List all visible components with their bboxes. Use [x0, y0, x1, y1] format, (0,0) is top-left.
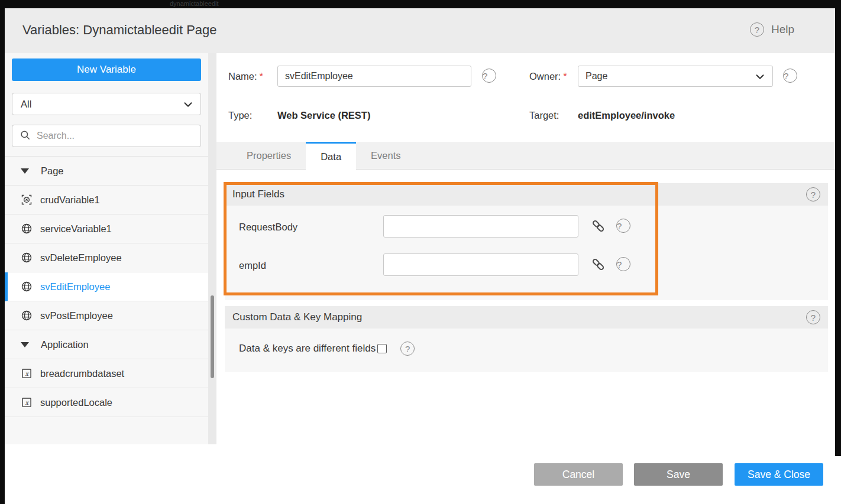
sidebar-item-crudvariable1[interactable]: crudVariable1: [5, 186, 208, 214]
type-value: Web Service (REST): [277, 110, 370, 121]
sidebar-group-application[interactable]: Application: [5, 330, 208, 359]
empid-help-icon[interactable]: [616, 257, 630, 271]
svg-text:x: x: [25, 399, 30, 406]
backdrop-right: [835, 0, 841, 456]
page-title: Variables: Dynamictableedit Page: [22, 22, 217, 38]
target-value: editEmployee/invoke: [578, 110, 675, 121]
crud-variable-icon: [21, 194, 33, 206]
tab-bar: Properties Data Events: [216, 142, 835, 170]
input-fields-help-icon[interactable]: [806, 187, 820, 201]
modal-header: Variables: Dynamictableedit Page Help: [5, 8, 835, 53]
section-title: Custom Data & Key Mapping: [232, 311, 362, 323]
section-title: Input Fields: [232, 188, 284, 200]
globe-icon: [21, 281, 33, 292]
input-fields-section: Input Fields RequestBody empId: [225, 183, 828, 300]
owner-help-icon[interactable]: [783, 69, 797, 83]
variable-filter-select[interactable]: All: [12, 93, 201, 115]
target-label: Target:: [529, 110, 559, 121]
model-variable-icon: x: [21, 368, 33, 379]
backdrop-app-title: dynamictableedit: [170, 0, 219, 8]
variable-label: supportedLocale: [40, 397, 112, 408]
name-label: Name:*: [228, 71, 263, 82]
required-asterisk: *: [563, 71, 567, 82]
backdrop-left: [0, 0, 5, 504]
save-and-close-button[interactable]: Save & Close: [735, 463, 823, 486]
group-label: Application: [41, 339, 89, 350]
group-label: Page: [41, 165, 64, 177]
sidebar-item-sveditemployee[interactable]: svEditEmployee: [5, 272, 208, 301]
new-variable-button[interactable]: New Variable: [12, 58, 201, 81]
requestbody-bind-link-icon[interactable]: [590, 218, 606, 234]
owner-select[interactable]: Page: [578, 66, 773, 87]
chevron-down-icon: [182, 98, 195, 113]
input-fields-body: RequestBody empId: [225, 206, 828, 300]
variable-label: serviceVariable1: [40, 223, 112, 235]
name-help-icon[interactable]: [482, 69, 496, 83]
different-fields-label: Data & keys are different fields: [239, 343, 376, 355]
variable-sidebar: New Variable All Page: [5, 53, 208, 444]
tab-properties[interactable]: Properties: [232, 142, 306, 169]
help-label: Help: [771, 23, 794, 36]
empid-input[interactable]: [383, 253, 578, 276]
variable-label: svEditEmployee: [40, 281, 110, 292]
name-input[interactable]: [277, 66, 471, 87]
model-variable-icon: x: [21, 396, 33, 408]
tab-data[interactable]: Data: [306, 142, 356, 170]
custom-data-help-icon[interactable]: [806, 310, 820, 324]
svg-text:x: x: [25, 370, 30, 377]
search-icon: [20, 129, 31, 143]
variable-filter-value: All: [21, 99, 31, 110]
empid-label: empId: [239, 260, 266, 271]
variables-dialog: dynamictableedit Variables: Dynamictable…: [0, 0, 841, 504]
requestbody-help-icon[interactable]: [616, 219, 630, 233]
collapse-triangle-icon[interactable]: [21, 168, 29, 174]
chevron-down-icon: [753, 70, 766, 86]
sidebar-scrollbar-thumb[interactable]: [211, 295, 214, 378]
requestbody-label: RequestBody: [239, 222, 297, 233]
custom-data-body: Data & keys are different fields: [225, 329, 828, 372]
different-fields-help-icon[interactable]: [400, 342, 415, 356]
input-fields-header: Input Fields: [225, 183, 828, 206]
custom-data-section: Custom Data & Key Mapping Data & keys ar…: [225, 306, 828, 372]
globe-icon: [21, 223, 33, 235]
backdrop-top: dynamictableedit: [0, 0, 841, 8]
save-button[interactable]: Save: [634, 463, 723, 486]
sidebar-item-supportedlocale[interactable]: x supportedLocale: [5, 388, 208, 417]
sidebar-item-svpostemployee[interactable]: svPostEmployee: [5, 301, 208, 330]
empid-bind-link-icon[interactable]: [590, 256, 606, 272]
sidebar-item-servicevariable1[interactable]: serviceVariable1: [5, 214, 208, 243]
collapse-triangle-icon[interactable]: [21, 342, 29, 347]
variable-search[interactable]: [12, 125, 201, 147]
search-input[interactable]: [35, 130, 192, 142]
globe-icon: [21, 252, 33, 264]
variable-label: svDeleteEmployee: [40, 252, 122, 264]
sidebar-group-page[interactable]: Page: [5, 157, 208, 186]
different-fields-checkbox[interactable]: [377, 344, 387, 353]
tab-events[interactable]: Events: [356, 142, 415, 169]
variable-label: crudVariable1: [40, 194, 100, 206]
variable-list: Page crudVariable1: [5, 156, 208, 417]
cancel-button[interactable]: Cancel: [534, 463, 623, 486]
sidebar-scrollbar-track[interactable]: [208, 53, 216, 444]
globe-icon: [21, 310, 33, 321]
owner-label: Owner:*: [529, 71, 567, 82]
type-label: Type:: [228, 110, 252, 121]
help-icon: [750, 22, 764, 37]
required-asterisk: *: [260, 71, 263, 82]
variable-label: breadcrumbdataset: [40, 368, 124, 379]
sidebar-item-breadcrumbdataset[interactable]: x breadcrumbdataset: [5, 359, 208, 388]
variable-detail-panel: Name:* Owner:* Page Type: Web Service (R…: [216, 53, 835, 456]
owner-value: Page: [586, 71, 607, 82]
requestbody-input[interactable]: [383, 215, 578, 238]
custom-data-header: Custom Data & Key Mapping: [225, 306, 828, 329]
variable-label: svPostEmployee: [40, 310, 113, 321]
sidebar-item-svdeleteemployee[interactable]: svDeleteEmployee: [5, 243, 208, 272]
help-button[interactable]: Help: [750, 22, 794, 37]
